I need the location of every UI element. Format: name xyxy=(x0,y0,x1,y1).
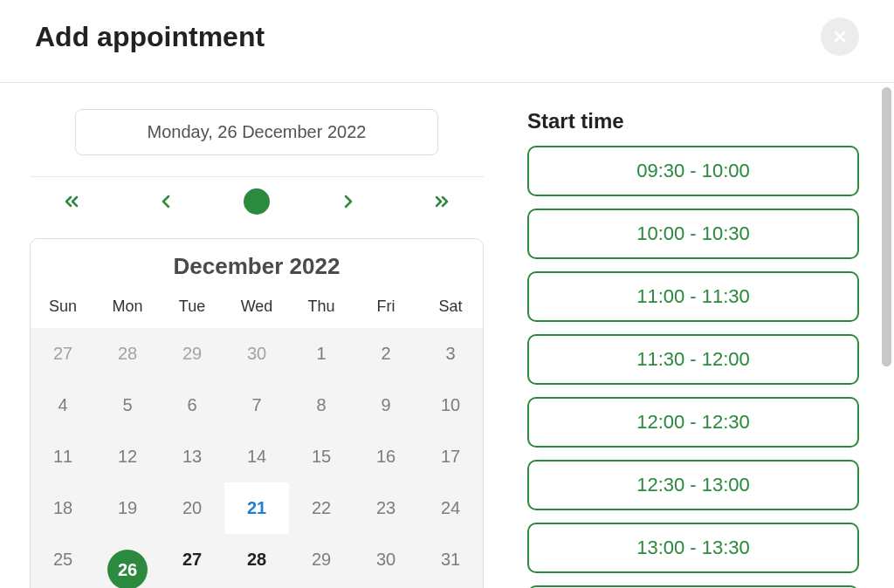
calendar-day[interactable]: 3 xyxy=(418,328,483,379)
calendar-day[interactable]: 7 xyxy=(224,379,289,431)
time-slot[interactable]: 10:00 - 10:30 xyxy=(527,209,859,259)
calendar-day[interactable]: 30 xyxy=(224,328,289,379)
calendar-day[interactable]: 28 xyxy=(95,328,160,379)
calendar-day[interactable]: 24 xyxy=(418,482,483,534)
dialog-title: Add appointment xyxy=(35,21,265,53)
calendar-day[interactable]: 23 xyxy=(354,482,418,534)
calendar-day[interactable]: 27 xyxy=(160,534,224,588)
calendar-day[interactable]: 25 xyxy=(31,534,95,588)
calendar-day[interactable]: 6 xyxy=(160,379,224,431)
next-year-button[interactable] xyxy=(426,186,457,217)
calendar-day[interactable]: 17 xyxy=(418,431,483,482)
dialog-header: Add appointment xyxy=(0,0,894,83)
calendar-day[interactable]: 10 xyxy=(418,379,483,431)
calendar-dow: Wed xyxy=(224,289,289,328)
calendar-day[interactable]: 9 xyxy=(354,379,418,431)
calendar-day[interactable]: 27 xyxy=(31,328,95,379)
date-picker-panel: Monday, 26 December 2022 December 2022 S… xyxy=(30,109,484,588)
time-slot[interactable]: 12:30 - 13:00 xyxy=(527,460,859,510)
start-time-panel: Start time 09:30 - 10:0010:00 - 10:3011:… xyxy=(527,109,859,588)
calendar-day[interactable]: 26 xyxy=(95,534,160,588)
calendar-week-row: 25262728293031 xyxy=(31,534,483,588)
calendar-dow: Tue xyxy=(160,289,224,328)
calendar-day[interactable]: 18 xyxy=(31,482,95,534)
prev-month-button[interactable] xyxy=(150,186,182,217)
calendar-day[interactable]: 29 xyxy=(160,328,224,379)
chevron-right-icon xyxy=(338,191,359,212)
calendar-day[interactable]: 1 xyxy=(289,328,354,379)
calendar-week-row: 45678910 xyxy=(31,379,483,431)
calendar-dow: Thu xyxy=(289,289,354,328)
calendar-day[interactable]: 2 xyxy=(354,328,418,379)
close-icon xyxy=(831,28,849,45)
calendar-body: 2728293012345678910111213141516171819202… xyxy=(31,328,483,588)
time-slot[interactable]: 11:30 - 12:00 xyxy=(527,334,859,385)
calendar-dow: Fri xyxy=(354,289,418,328)
time-slots-list: 09:30 - 10:0010:00 - 10:3011:00 - 11:301… xyxy=(527,146,859,588)
calendar-day[interactable]: 5 xyxy=(95,379,160,431)
calendar-day[interactable]: 13 xyxy=(160,431,224,482)
calendar-week-row: 11121314151617 xyxy=(31,431,483,482)
calendar-day[interactable]: 22 xyxy=(289,482,354,534)
scrollbar-thumb[interactable] xyxy=(882,87,891,366)
calendar-week-row: 27282930123 xyxy=(31,328,483,379)
calendar-day[interactable]: 29 xyxy=(289,534,354,588)
next-month-button[interactable] xyxy=(333,186,364,217)
calendar-day[interactable]: 21 xyxy=(224,482,289,534)
calendar-nav xyxy=(30,176,484,238)
today-button[interactable] xyxy=(244,188,270,215)
calendar-day[interactable]: 14 xyxy=(224,431,289,482)
time-slot[interactable]: 09:30 - 10:00 xyxy=(527,146,859,196)
calendar-month-label: December 2022 xyxy=(31,239,483,289)
calendar-day[interactable]: 4 xyxy=(31,379,95,431)
calendar-day[interactable]: 31 xyxy=(418,534,483,588)
calendar-day[interactable]: 28 xyxy=(224,534,289,588)
calendar-day[interactable]: 19 xyxy=(95,482,160,534)
calendar-dow: Sat xyxy=(418,289,483,328)
time-slot[interactable]: 11:00 - 11:30 xyxy=(527,271,859,322)
prev-year-button[interactable] xyxy=(56,186,87,217)
content-area: Monday, 26 December 2022 December 2022 S… xyxy=(0,83,894,588)
calendar-dow: Sun xyxy=(31,289,95,328)
calendar-day[interactable]: 15 xyxy=(289,431,354,482)
calendar-week-row: 18192021222324 xyxy=(31,482,483,534)
start-time-title: Start time xyxy=(527,109,859,133)
chevron-double-left-icon xyxy=(61,191,82,212)
calendar-day[interactable]: 8 xyxy=(289,379,354,431)
calendar-day[interactable]: 12 xyxy=(95,431,160,482)
close-button[interactable] xyxy=(821,17,859,56)
calendar-day[interactable]: 30 xyxy=(354,534,418,588)
chevron-double-right-icon xyxy=(431,191,452,212)
calendar-day[interactable]: 11 xyxy=(31,431,95,482)
time-slot[interactable]: 13:00 - 13:30 xyxy=(527,523,859,573)
calendar-day[interactable]: 16 xyxy=(354,431,418,482)
calendar-dow: Mon xyxy=(95,289,160,328)
calendar-day[interactable]: 20 xyxy=(160,482,224,534)
chevron-left-icon xyxy=(155,191,176,212)
selected-date-display[interactable]: Monday, 26 December 2022 xyxy=(75,109,438,155)
scrollbar[interactable] xyxy=(882,87,891,366)
calendar-grid: December 2022 SunMonTueWedThuFriSat 2728… xyxy=(30,238,484,588)
calendar-dow-row: SunMonTueWedThuFriSat xyxy=(31,289,483,328)
time-slot[interactable]: 12:00 - 12:30 xyxy=(527,397,859,448)
